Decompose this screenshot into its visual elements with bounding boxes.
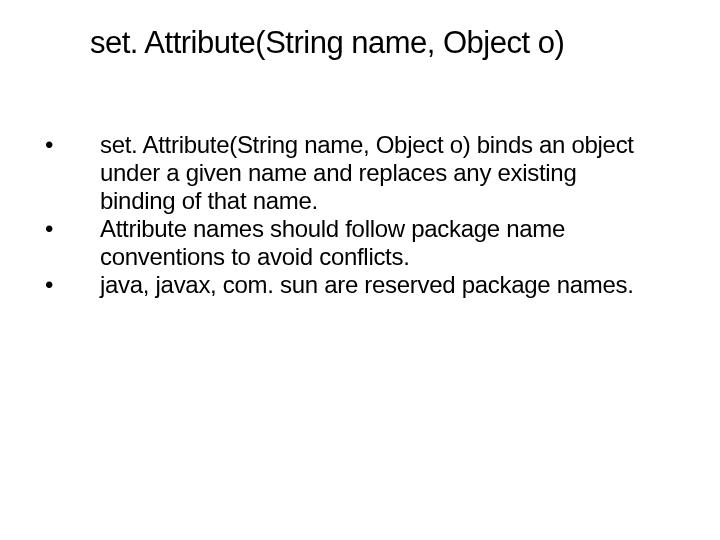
bullet-text: set. Attribute(String name, Object o) bi… xyxy=(100,131,680,215)
bullet-marker: • xyxy=(45,271,100,299)
bullet-text: Attribute names should follow package na… xyxy=(100,215,680,271)
bullet-marker: • xyxy=(45,215,100,243)
list-item: • java, javax, com. sun are reserved pac… xyxy=(45,271,680,299)
bullet-marker: • xyxy=(45,131,100,159)
bullet-text: java, javax, com. sun are reserved packa… xyxy=(100,271,680,299)
slide-container: set. Attribute(String name, Object o) • … xyxy=(0,0,720,540)
list-item: • Attribute names should follow package … xyxy=(45,215,680,271)
slide-title: set. Attribute(String name, Object o) xyxy=(90,25,680,61)
list-item: • set. Attribute(String name, Object o) … xyxy=(45,131,680,215)
bullet-list: • set. Attribute(String name, Object o) … xyxy=(40,131,680,299)
